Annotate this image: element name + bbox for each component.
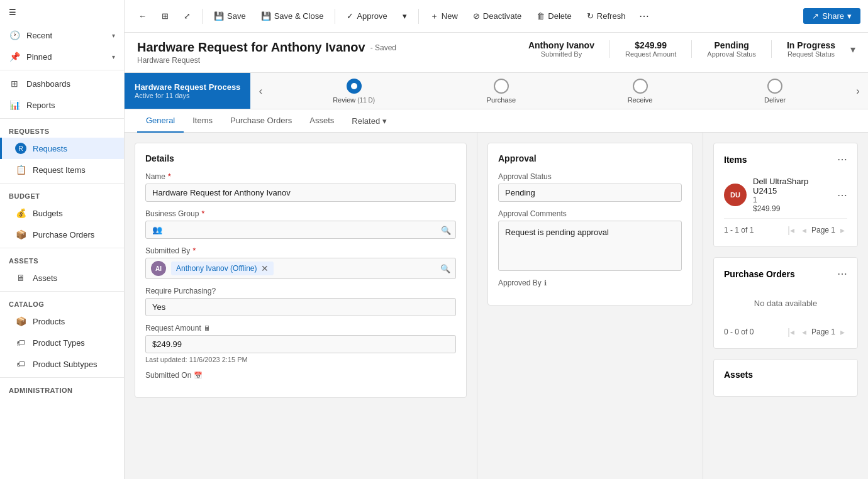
- last-updated-meta: Last updated: 11/6/2023 2:15 PM: [145, 356, 456, 363]
- submitted-by-tag: Anthony Ivanov (Offline) ✕: [171, 262, 274, 275]
- step-circle-review: [347, 79, 362, 94]
- page-first-button[interactable]: |◂: [785, 326, 797, 338]
- business-group-field-row: Business Group * 🔍: [145, 209, 456, 239]
- process-step-review[interactable]: Review (11 D): [333, 79, 375, 104]
- tab-related[interactable]: Related ▾: [343, 110, 396, 132]
- new-button[interactable]: ＋ New: [424, 8, 464, 25]
- details-card: Details Name * Business Group *: [135, 143, 467, 398]
- page-prev-button[interactable]: ◂: [799, 326, 809, 338]
- process-prev-button[interactable]: ‹: [250, 73, 270, 109]
- request-amount-field-row: Request Amount 🖩 Last updated: 11/6/2023…: [145, 324, 456, 363]
- sidebar-menu-toggle[interactable]: ☰: [0, 0, 124, 25]
- name-input[interactable]: [145, 184, 456, 202]
- tab-assets[interactable]: Assets: [301, 109, 343, 133]
- budgets-icon: 💰: [15, 207, 26, 219]
- share-button[interactable]: ↗ Share ▾: [803, 8, 860, 24]
- delete-button[interactable]: 🗑 Delete: [530, 8, 578, 24]
- item-more-button[interactable]: ⋯: [837, 189, 847, 201]
- deactivate-button[interactable]: ⊘ Deactivate: [467, 8, 528, 24]
- items-more-button[interactable]: ⋯: [837, 153, 847, 165]
- name-field-row: Name *: [145, 172, 456, 202]
- step-label-review: Review (11 D): [333, 96, 375, 104]
- requests-icon: R: [15, 143, 26, 154]
- details-section-title: Details: [145, 153, 456, 163]
- approve-icon: ✓: [347, 11, 353, 21]
- page-next-button[interactable]: ▸: [838, 224, 847, 236]
- approval-status-label: Approval Status: [707, 50, 756, 58]
- expand-button[interactable]: ⤢: [177, 8, 197, 24]
- record-meta: Anthony Ivanov Submitted By $249.99 Requ…: [528, 40, 855, 58]
- grid-view-button[interactable]: ⊞: [155, 8, 175, 24]
- record-title-area: Hardware Request for Anthony Ivanov - Sa…: [137, 40, 516, 65]
- toolbar-separator: [418, 9, 419, 24]
- submitted-by-field: AI Anthony Ivanov (Offline) ✕ 🔍: [145, 258, 456, 279]
- assets-section-header: Assets: [0, 251, 124, 267]
- grid-icon: ⊞: [162, 11, 169, 21]
- approval-panel: Approval Approval Status Pending Approva…: [477, 133, 703, 479]
- items-pagination: 1 - 1 of 1 |◂ ◂ Page 1 ▸: [724, 224, 847, 236]
- process-step-purchase[interactable]: Purchase: [487, 79, 516, 104]
- assets-label: Assets: [33, 273, 57, 283]
- remove-submitted-by-button[interactable]: ✕: [261, 263, 269, 273]
- sidebar-item-request-items[interactable]: 📋 Request Items: [0, 159, 124, 180]
- process-step-receive[interactable]: Receive: [628, 79, 653, 104]
- back-icon: ←: [138, 11, 147, 21]
- approval-comments-label: Approval Comments: [498, 209, 682, 218]
- sidebar-item-reports[interactable]: 📊 Reports: [0, 94, 124, 116]
- submitted-by-meta: Anthony Ivanov Submitted By: [528, 40, 594, 58]
- sidebar-item-product-subtypes[interactable]: 🏷 Product Subtypes: [0, 353, 124, 375]
- page-label: Page 1: [811, 328, 835, 336]
- assets-card: Assets: [713, 359, 858, 397]
- request-status-meta: In Progress Request Status: [787, 40, 835, 58]
- process-active: Hardware Request Process Active for 11 d…: [125, 73, 250, 109]
- save-button[interactable]: 💾 Save: [208, 8, 252, 24]
- sidebar-item-budgets[interactable]: 💰 Budgets: [0, 202, 124, 224]
- assets-header: Assets: [724, 370, 847, 380]
- business-group-label: Business Group *: [145, 209, 456, 218]
- deactivate-icon: ⊘: [473, 11, 480, 21]
- back-button[interactable]: ←: [132, 8, 153, 24]
- tab-items[interactable]: Items: [184, 109, 221, 133]
- save-close-button[interactable]: 💾 Save & Close: [255, 8, 330, 24]
- expand-status-button[interactable]: ▾: [850, 43, 855, 55]
- require-purchasing-field-row: Require Purchasing? Yes: [145, 287, 456, 316]
- approval-comments-field[interactable]: Request is pending approval: [498, 221, 682, 271]
- toolbar-separator: [202, 9, 203, 24]
- sidebar-item-products[interactable]: 📦 Products: [0, 311, 124, 332]
- approved-by-label: Approved By ℹ: [498, 278, 682, 287]
- sidebar-item-assets[interactable]: 🖥 Assets: [0, 267, 124, 289]
- tab-general[interactable]: General: [137, 109, 184, 133]
- purchase-orders-more-button[interactable]: ⋯: [837, 268, 847, 280]
- item-price: $249.99: [753, 204, 831, 213]
- share-dropdown-icon: ▾: [847, 11, 852, 21]
- page-next-button[interactable]: ▸: [838, 326, 847, 338]
- submitted-on-field-row: Submitted On 📅: [145, 371, 456, 380]
- sidebar-item-dashboards[interactable]: ⊞ Dashboards: [0, 73, 124, 94]
- search-icon[interactable]: 🔍: [441, 225, 451, 234]
- new-icon: ＋: [430, 11, 438, 22]
- approval-status-meta: Pending Approval Status: [707, 40, 756, 58]
- process-next-button[interactable]: ›: [848, 73, 868, 109]
- more-options-button[interactable]: ⋯: [634, 7, 654, 25]
- sidebar-divider: [0, 183, 124, 184]
- sidebar-divider: [0, 118, 124, 119]
- require-purchasing-value: Yes: [145, 298, 456, 316]
- refresh-button[interactable]: ↻ Refresh: [581, 8, 632, 24]
- request-amount-input[interactable]: [145, 335, 456, 353]
- business-group-input[interactable]: [145, 221, 456, 239]
- approval-section-title: Approval: [498, 153, 682, 163]
- sidebar-item-product-types[interactable]: 🏷 Product Types: [0, 332, 124, 353]
- sidebar-item-pinned[interactable]: 📌 Pinned ▾: [0, 46, 124, 67]
- tab-purchase-orders[interactable]: Purchase Orders: [221, 109, 301, 133]
- approve-button[interactable]: ✓ Approve: [340, 8, 393, 24]
- approve-dropdown-button[interactable]: ▾: [396, 8, 413, 24]
- process-step-deliver[interactable]: Deliver: [764, 79, 786, 104]
- submitted-by-label: Submitted By: [528, 50, 594, 58]
- catalog-section-header: Catalog: [0, 294, 124, 311]
- page-prev-button[interactable]: ◂: [799, 224, 809, 236]
- page-first-button[interactable]: |◂: [785, 224, 797, 236]
- sidebar-item-recent[interactable]: 🕐 Recent ▾: [0, 25, 124, 46]
- sidebar-item-purchase-orders[interactable]: 📦 Purchase Orders: [0, 224, 124, 245]
- search-icon[interactable]: 🔍: [440, 264, 450, 273]
- sidebar-item-requests[interactable]: R Requests: [0, 138, 124, 159]
